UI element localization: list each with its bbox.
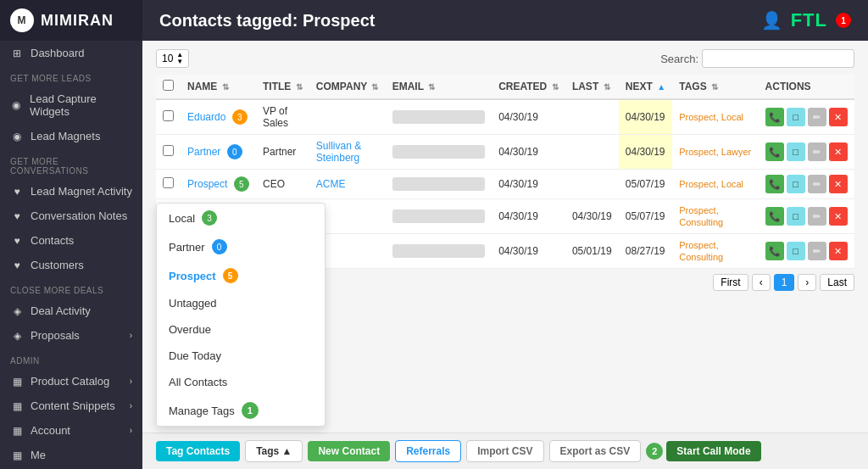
dropdown-item-due-today[interactable]: Due Today [157,343,325,369]
start-call-mode-button[interactable]: Start Call Mode [666,441,760,461]
search-box: Search: [660,49,854,68]
call-button[interactable]: 📞 [765,207,784,226]
row-checkbox[interactable] [156,170,181,199]
row-email: ■■■■■■■■■■■■■■ [386,135,492,170]
note-button[interactable]: □ [787,207,805,226]
company-link[interactable]: ACME [316,178,346,190]
contact-name-link[interactable]: Eduardo [187,111,225,123]
tag-link[interactable]: Prospect, Lawyer [679,147,751,157]
tag-link[interactable]: Prospect, Local [679,179,743,189]
import-csv-button[interactable]: Import CSV [466,440,543,462]
page-size-control[interactable]: 10 ▲▼ [156,49,189,68]
sidebar-item-contacts[interactable]: ♥ Contacts [0,228,142,253]
note-button[interactable]: □ [787,142,805,161]
edit-button[interactable]: ✏ [808,142,826,161]
contact-name-link[interactable]: Prospect [187,178,227,190]
call-button[interactable]: 📞 [765,175,784,193]
delete-button[interactable]: ✕ [829,242,848,260]
note-button[interactable]: □ [787,108,805,126]
row-last [565,170,619,199]
product-arrow: › [130,377,132,386]
tag-link[interactable]: Prospect,Consulting [679,240,723,262]
select-all-checkbox[interactable] [163,80,174,91]
tag-link[interactable]: Prospect, Local [679,112,743,122]
action-buttons: 📞 □ ✏ ✕ [765,142,848,161]
top-controls: 10 ▲▼ Search: [156,49,854,68]
product-icon: ▦ [10,376,24,388]
dropdown-item-untagged[interactable]: Untagged [157,290,325,316]
delete-button[interactable]: ✕ [829,142,848,161]
call-button[interactable]: 📞 [765,108,784,126]
sidebar-item-product-catalog[interactable]: ▦ Product Catalog › [0,369,142,394]
sidebar-item-proposals[interactable]: ◈ Proposals › [0,323,142,348]
tag-contacts-button[interactable]: Tag Contacts [156,441,240,461]
sidebar-item-conversation-notes[interactable]: ♥ Conversation Notes [0,204,142,228]
me-icon: ▦ [10,449,24,461]
sidebar-item-deal-activity[interactable]: ◈ Deal Activity [0,299,142,323]
row-company: Sullivan &Steinberg [309,135,386,170]
sidebar-item-lead-magnet-activity[interactable]: ♥ Lead Magnet Activity [0,179,142,204]
note-button[interactable]: □ [787,242,805,260]
tag-link[interactable]: Prospect,Consulting [679,205,723,227]
company-link[interactable]: Sullivan &Steinberg [316,140,361,164]
table-row: Prospect 5 CEO ACME ■■■■■■■■■■■■■■ 04/30… [156,170,854,199]
sidebar-item-me[interactable]: ▦ Me [0,443,142,467]
snippets-icon: ▦ [10,400,24,412]
toolbar: Tag Contacts Tags ▲ New Contact Referral… [142,433,868,469]
current-page-button[interactable]: 1 [774,274,795,291]
ftl-badge: FTL [791,9,827,31]
tags-dropdown-button[interactable]: Tags ▲ [245,440,303,462]
prev-page-button[interactable]: ‹ [752,274,771,291]
call-button[interactable]: 📞 [765,142,784,161]
row-tags: Prospect, Local [672,99,758,135]
row-email: ■■■■■■■■■■■■■■ [386,99,492,135]
edit-button[interactable]: ✏ [808,108,826,126]
last-page-button[interactable]: Last [820,274,854,291]
edit-button[interactable]: ✏ [808,207,826,226]
sidebar-item-account[interactable]: ▦ Account › [0,418,142,443]
next-page-button[interactable]: › [798,274,816,291]
call-button[interactable]: 📞 [765,242,784,260]
dropdown-item-overdue[interactable]: Overdue [157,316,325,343]
delete-button[interactable]: ✕ [829,108,848,126]
row-last [565,135,619,170]
row-next: 05/07/19 [619,199,672,234]
sidebar-item-label: Deal Activity [31,304,91,317]
row-checkbox[interactable] [156,99,181,135]
search-input[interactable] [702,49,854,68]
sidebar-item-customers[interactable]: ♥ Customers [0,253,142,277]
export-csv-button[interactable]: Export as CSV [549,440,642,462]
row-actions: 📞 □ ✏ ✕ [759,170,854,199]
notification-badge[interactable]: 1 [836,13,851,28]
sidebar-item-lead-capture[interactable]: ◉ Lead Capture Widgets [0,87,142,124]
col-title: TITLE ⇅ [256,75,309,99]
dropdown-item-label: Overdue [169,323,211,336]
sidebar-item-content-snippets[interactable]: ▦ Content Snippets › [0,394,142,418]
cn-icon: ♥ [10,210,24,222]
section-label-leads: GET MORE LEADS [0,65,142,87]
first-page-button[interactable]: First [713,274,748,291]
table-row: Eduardo 3 VP ofSales ■■■■■■■■■■■■■■ 04/3… [156,99,854,135]
dropdown-item-manage-tags[interactable]: Manage Tags 1 [157,395,325,426]
contact-name-link[interactable]: Partner [187,146,220,158]
contacts-icon: ♥ [10,235,24,247]
page-size-value: 10 [162,53,173,64]
dropdown-item-local[interactable]: Local 3 [157,204,325,232]
edit-button[interactable]: ✏ [808,175,826,193]
referrals-button[interactable]: Referrals [395,440,461,462]
start-call-mode-container: 2 Start Call Mode [646,441,760,461]
sidebar-item-lead-magnets[interactable]: ◉ Lead Magnets [0,124,142,148]
dropdown-item-partner[interactable]: Partner 0 [157,232,325,261]
sidebar-item-dashboard[interactable]: ⊞ Dashboard [0,41,142,65]
dropdown-item-prospect[interactable]: Prospect 5 [157,261,325,290]
delete-button[interactable]: ✕ [829,175,848,193]
note-button[interactable]: □ [787,175,805,193]
row-checkbox[interactable] [156,135,181,170]
sidebar-item-label: Lead Magnets [31,130,100,142]
select-all-header[interactable] [156,75,181,99]
main-header: Contacts tagged: Prospect 👤 FTL 1 [142,0,868,41]
new-contact-button[interactable]: New Contact [308,441,390,461]
delete-button[interactable]: ✕ [829,207,848,226]
dropdown-item-all-contacts[interactable]: All Contacts [157,369,325,395]
edit-button[interactable]: ✏ [808,242,826,260]
